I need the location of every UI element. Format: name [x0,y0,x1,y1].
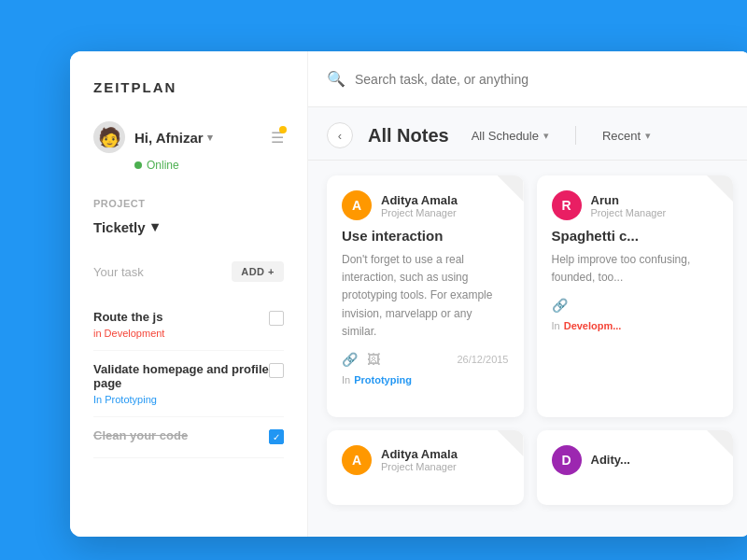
note-user-info: Adity... [591,453,630,467]
note-user: R Arun Project Manager [552,190,719,220]
filter-chevron-icon: ▾ [543,130,549,142]
project-chevron-icon: ▾ [151,218,159,235]
note-card: A Aditya Amala Project Manager [327,430,524,505]
task-checkbox[interactable] [269,311,284,326]
note-footer: 🔗 🖼 26/12/2015 [342,352,509,367]
task-label: Your task [93,265,144,279]
note-user-role: Project Manager [381,461,458,472]
note-user-name: Aditya Amala [381,447,458,461]
notes-header: ‹ All Notes All Schedule ▾ Recent ▾ [308,107,747,161]
notes-grid: A Aditya Amala Project Manager Use inter… [308,161,747,537]
avatar-image: A [342,190,372,220]
avatar: 🧑 [93,121,125,153]
note-project-line: In Prototyping [342,374,509,385]
avatar-image: D [552,445,582,475]
notes-title: All Notes [368,125,449,147]
task-checkbox[interactable]: ✓ [269,429,284,444]
link-icon: 🔗 [552,298,568,313]
task-item: Route the js in Development [93,299,284,351]
recent-filter[interactable]: Recent ▾ [595,125,658,147]
note-card: D Adity... [537,430,734,505]
note-heading: Spaghetti c... [552,228,719,244]
note-project-label: In [552,320,560,331]
note-user: D Adity... [552,445,719,475]
task-content: Clean your code [93,428,269,446]
task-title: Clean your code [93,428,269,442]
user-section: 🧑 Hi, Afnizar ▾ ☰ [93,121,284,153]
note-user: A Aditya Amala Project Manager [342,190,509,220]
avatar: R [552,190,582,220]
note-user-name: Aditya Amala [381,193,458,207]
search-input[interactable] [355,72,733,87]
image-icon: 🖼 [367,352,380,367]
note-user: A Aditya Amala Project Manager [342,445,509,475]
add-task-button[interactable]: ADD + [232,261,284,282]
task-project-tag: in Development [93,328,269,339]
user-status: Online [134,159,284,172]
task-project-tag: In Prototyping [93,394,269,405]
task-list: Route the js in Development Validate hom… [93,299,284,458]
note-heading: Use interaction [342,228,509,244]
task-item: Validate homepage and profile page In Pr… [93,351,284,417]
task-header: Your task ADD + [93,261,284,282]
note-footer: 🔗 [552,298,719,313]
note-user-name: Arun [591,193,667,207]
note-project-tag: Developm... [564,320,622,331]
status-dot [134,161,142,169]
all-schedule-filter[interactable]: All Schedule ▾ [464,125,557,147]
task-title: Validate homepage and profile page [93,362,269,390]
task-content: Route the js in Development [93,310,269,339]
filter-label: All Schedule [472,129,539,143]
note-body: Help improve too confusing, founded, too… [552,251,719,287]
task-checkbox[interactable] [269,363,284,378]
note-user-role: Project Manager [591,207,667,218]
chevron-down-icon: ▾ [207,132,213,144]
avatar-image: A [342,445,372,475]
search-bar: 🔍 [308,51,747,107]
task-item: Clean your code ✓ [93,417,284,458]
search-icon: 🔍 [327,70,345,88]
note-card: R Arun Project Manager Spaghetti c... He… [537,175,734,417]
note-date: 26/12/2015 [457,354,508,365]
app-logo: ZEITPLAN [93,79,284,95]
back-button[interactable]: ‹ [327,122,353,148]
avatar: A [342,445,372,475]
status-text: Online [147,159,179,172]
note-user-info: Arun Project Manager [591,193,667,218]
recent-chevron-icon: ▾ [645,130,651,142]
note-icons: 🔗 [552,298,568,313]
avatar: D [552,445,582,475]
note-user-name: Adity... [591,453,630,467]
recent-label: Recent [602,129,641,143]
note-project-tag: Prototyping [354,374,412,385]
menu-icon[interactable]: ☰ [271,129,284,147]
avatar: A [342,190,372,220]
sidebar: ZEITPLAN 🧑 Hi, Afnizar ▾ ☰ Online Projec… [70,51,308,537]
greeting-text: Hi, Afnizar [134,130,204,146]
note-icons: 🔗 🖼 [342,352,380,367]
project-section-label: Project [93,198,284,209]
note-project-label: In [342,374,350,385]
note-project-line: In Developm... [552,320,719,331]
app-container: ZEITPLAN 🧑 Hi, Afnizar ▾ ☰ Online Projec… [70,51,747,537]
notification-dot [279,126,287,133]
note-user-role: Project Manager [381,207,458,218]
note-body: Don't forget to use a real interaction, … [342,251,509,341]
note-card: A Aditya Amala Project Manager Use inter… [327,175,524,417]
note-user-info: Aditya Amala Project Manager [381,447,458,472]
main-content: 🔍 ‹ All Notes All Schedule ▾ Recent ▾ [308,51,747,537]
task-content: Validate homepage and profile page In Pr… [93,362,269,405]
back-icon: ‹ [338,129,342,143]
project-name: Ticketly [93,219,146,235]
project-selector[interactable]: Ticketly ▾ [93,218,284,235]
user-greeting[interactable]: Hi, Afnizar ▾ [134,130,213,146]
task-title: Route the js [93,310,269,324]
divider [575,126,576,145]
link-icon: 🔗 [342,352,358,367]
note-user-info: Aditya Amala Project Manager [381,193,458,218]
avatar-image: R [552,190,582,220]
